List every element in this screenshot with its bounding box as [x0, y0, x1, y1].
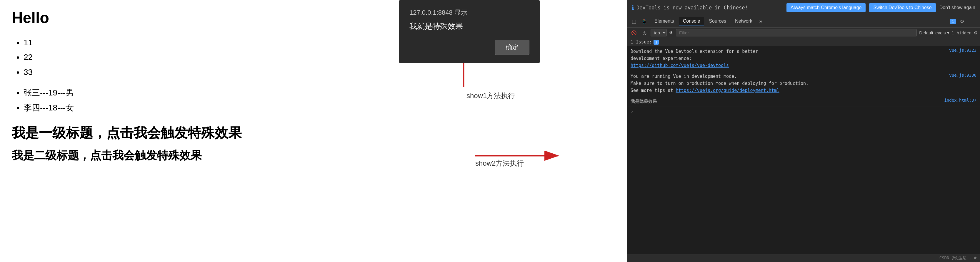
filter-toggle-button[interactable]: ◎: [641, 30, 648, 36]
list-1: 11 22 33: [24, 35, 300, 80]
tab-console[interactable]: Console: [679, 17, 705, 26]
list-item: 22: [24, 50, 300, 65]
prompt-chevron-icon: ›: [631, 109, 633, 114]
devtools-lang-info: ℹ DevTools is now available in Chinese!: [632, 4, 783, 11]
console-entry-3: 我是隐藏效果 index.html:37: [627, 96, 980, 107]
console-entry-1: Download the Vue Devtools extension for …: [627, 46, 980, 71]
always-match-button[interactable]: Always match Chrome's language: [786, 3, 865, 12]
dialog-url: 127.0.0.1:8848 显示: [409, 8, 530, 17]
tab-elements[interactable]: Elements: [650, 17, 678, 26]
console-source-1[interactable]: vue.js:9323: [949, 48, 977, 52]
show1-label: show1方法执行: [466, 91, 515, 101]
tab-sources[interactable]: Sources: [705, 17, 730, 26]
tab-right-icons: 1 ⚙ ⋮: [950, 17, 978, 25]
h1-heading[interactable]: 我是一级标题，点击我会触发特殊效果: [12, 124, 300, 142]
hidden-count-badge: 1 hidden: [952, 30, 972, 35]
list-section-1: 11 22 33: [12, 35, 300, 80]
console-output[interactable]: Download the Vue Devtools extension for …: [627, 46, 980, 254]
page-title: Hello: [12, 9, 300, 27]
console-source-3[interactable]: index.html:37: [944, 98, 977, 103]
inspect-icon-button[interactable]: ⬚: [629, 17, 638, 25]
devtools-panel: ℹ DevTools is now available in Chinese! …: [627, 0, 980, 262]
console-entry-2: You are running Vue in development mode.…: [627, 71, 980, 96]
device-icon-button[interactable]: 📱: [639, 17, 650, 25]
bottom-bar-text: CSDN @铁达尼...#: [939, 256, 977, 261]
devtools-lang-bar: ℹ DevTools is now available in Chinese! …: [627, 0, 980, 15]
console-toolbar: 🚫 ◎ top 👁 Default levels ▾ 1 hidden ⚙: [627, 28, 980, 38]
context-select[interactable]: top: [651, 29, 667, 36]
devtools-bottom-bar: CSDN @铁达尼...#: [627, 254, 980, 262]
console-entry-text-3: 我是隐藏效果: [631, 98, 657, 105]
list-2: 张三---19---男 李四---18---女: [24, 85, 300, 115]
filter-input[interactable]: [676, 29, 917, 36]
console-entry-text-2: You are running Vue in development mode.…: [631, 73, 808, 94]
console-entry-text-1: Download the Vue Devtools extension for …: [631, 48, 758, 69]
default-levels-button[interactable]: Default levels ▾: [919, 30, 949, 36]
list-item: 11: [24, 35, 300, 50]
h2-heading[interactable]: 我是二级标题，点击我会触发特殊效果: [12, 148, 300, 163]
issues-bar: 1 Issue: 1: [627, 38, 980, 46]
switch-chinese-button[interactable]: Switch DevTools to Chinese: [869, 3, 935, 12]
main-content: Hello 11 22 33 张三---19---男 李四---18---女 我…: [0, 0, 312, 262]
middle-area: 127.0.0.1:8848 显示 我就是特殊效果 确定 show1方法执行 s…: [312, 0, 627, 262]
dont-show-again-button[interactable]: Don't show again: [939, 5, 975, 10]
settings-icon-button[interactable]: ⚙: [958, 17, 966, 25]
info-icon: ℹ: [632, 4, 634, 11]
more-options-button[interactable]: ⋮: [968, 17, 978, 25]
dialog-message: 我就是特殊效果: [409, 21, 530, 32]
list-item: 33: [24, 65, 300, 80]
console-settings-button[interactable]: ⚙: [974, 30, 978, 36]
dialog-confirm-button[interactable]: 确定: [495, 39, 530, 55]
tab-network[interactable]: Network: [731, 17, 756, 26]
vue-devtools-link[interactable]: https://github.com/vuejs/vue-devtools: [631, 63, 729, 68]
clear-console-button[interactable]: 🚫: [629, 30, 638, 36]
list-item: 张三---19---男: [24, 85, 300, 100]
show2-label: show2方法执行: [475, 159, 524, 168]
list-section-2: 张三---19---男 李四---18---女: [12, 85, 300, 115]
dialog-footer: 确定: [409, 39, 530, 55]
issues-label: 1 Issue:: [631, 39, 652, 45]
tab-badge: 1: [950, 19, 956, 24]
eye-button[interactable]: 👁: [669, 30, 673, 35]
more-tabs-button[interactable]: »: [757, 17, 765, 25]
console-prompt[interactable]: ›: [627, 107, 980, 116]
console-source-2[interactable]: vue.js:9330: [949, 73, 977, 77]
issues-badge: 1: [654, 39, 659, 45]
alert-dialog: 127.0.0.1:8848 显示 我就是特殊效果 确定: [399, 0, 540, 63]
devtools-tabs: ⬚ 📱 Elements Console Sources Network » 1…: [627, 15, 980, 28]
deployment-link[interactable]: https://vuejs.org/guide/deployment.html: [676, 88, 780, 93]
lang-info-text: DevTools is now available in Chinese!: [636, 5, 748, 11]
list-item: 李四---18---女: [24, 101, 300, 115]
